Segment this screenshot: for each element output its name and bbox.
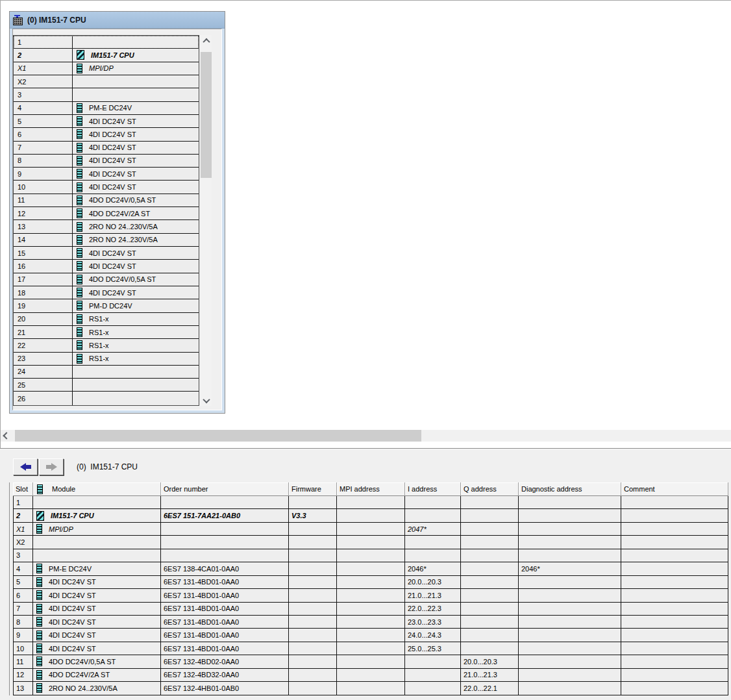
cell-mpi_address[interactable] — [337, 523, 405, 535]
cell-comment[interactable] — [621, 523, 728, 535]
cell-mpi_address[interactable] — [337, 603, 405, 615]
cell-diagnostic_address[interactable] — [519, 655, 621, 668]
cell-order_number[interactable] — [161, 523, 289, 535]
cell-q_address[interactable] — [461, 549, 519, 562]
cell-i_address[interactable]: 24.0...24.3 — [405, 629, 461, 641]
cell-q_address[interactable] — [461, 562, 519, 575]
cell-q_address[interactable] — [461, 642, 519, 655]
rack-module-cell[interactable]: PM-E DC24V — [72, 102, 199, 114]
table-row[interactable]: 94DI DC24V ST6ES7 131-4BD01-0AA024.0...2… — [13, 629, 728, 642]
rack-module-cell[interactable]: 4DO DC24V/0,5A ST — [72, 194, 199, 206]
rack-window-titlebar[interactable]: (0) IM151-7 CPU — [10, 12, 225, 29]
cell-module[interactable]: 4DI DC24V ST — [33, 629, 161, 641]
table-row[interactable]: 54DI DC24V ST6ES7 131-4BD01-0AA020.0...2… — [13, 576, 728, 589]
cell-order_number[interactable]: 6ES7 131-4BD01-0AA0 — [161, 576, 289, 588]
cell-comment[interactable] — [621, 629, 728, 641]
rack-module-cell[interactable]: 2RO NO 24..230V/5A — [72, 220, 199, 232]
cell-diagnostic_address[interactable] — [519, 549, 621, 562]
cell-q_address[interactable] — [461, 576, 519, 588]
table-row[interactable]: 84DI DC24V ST6ES7 131-4BD01-0AA023.0...2… — [13, 616, 728, 629]
rack-row[interactable]: 104DI DC24V ST — [14, 181, 199, 194]
cell-i_address[interactable]: 25.0...25.3 — [405, 642, 461, 655]
cell-q_address[interactable]: 20.0...20.3 — [461, 655, 519, 668]
cell-mpi_address[interactable] — [337, 509, 405, 521]
cell-comment[interactable] — [621, 536, 728, 548]
rack-module-cell[interactable]: 4DI DC24V ST — [72, 142, 199, 154]
cell-q_address[interactable] — [461, 589, 519, 601]
rack-row[interactable]: 20RS1-x — [14, 313, 199, 326]
cell-mpi_address[interactable] — [337, 616, 405, 628]
cell-comment[interactable] — [621, 589, 728, 601]
cell-firmware[interactable] — [289, 616, 337, 628]
cell-diagnostic_address[interactable] — [519, 642, 621, 655]
cell-diagnostic_address[interactable] — [519, 629, 621, 641]
cell-diagnostic_address[interactable] — [519, 616, 621, 628]
cell-slot[interactable]: X2 — [13, 536, 33, 548]
cell-slot[interactable]: 9 — [13, 629, 33, 641]
cell-order_number[interactable]: 6ES7 138-4CA01-0AA0 — [161, 562, 289, 575]
cell-mpi_address[interactable] — [337, 669, 405, 681]
rack-module-cell[interactable]: RS1-x — [72, 313, 199, 325]
cell-diagnostic_address[interactable] — [519, 603, 621, 615]
cell-slot[interactable]: 8 — [13, 616, 33, 628]
cell-mpi_address[interactable] — [337, 589, 405, 601]
cell-diagnostic_address[interactable] — [519, 523, 621, 535]
rack-module-cell[interactable]: 4DI DC24V ST — [72, 115, 199, 127]
rack-row[interactable]: 154DI DC24V ST — [14, 247, 199, 260]
cell-firmware[interactable] — [289, 562, 337, 575]
cell-q_address[interactable] — [461, 603, 519, 615]
rack-module-cell[interactable]: 4DI DC24V ST — [72, 286, 199, 299]
rack-module-cell[interactable]: 4DI DC24V ST — [72, 260, 199, 272]
rack-row[interactable]: 4PM-E DC24V — [14, 102, 199, 115]
horizontal-scrollbar-thumb[interactable] — [15, 430, 421, 442]
table-row[interactable]: 74DI DC24V ST6ES7 131-4BD01-0AA022.0...2… — [13, 603, 728, 616]
cell-slot[interactable]: X1 — [13, 523, 33, 535]
table-row[interactable]: 4PM-E DC24V6ES7 138-4CA01-0AA02046*2046* — [13, 562, 728, 575]
horizontal-scrollbar[interactable] — [1, 430, 731, 442]
rack-row[interactable]: 174DO DC24V/0,5A ST — [14, 273, 199, 286]
cell-order_number[interactable]: 6ES7 132-4BD02-0AA0 — [161, 655, 289, 668]
cell-i_address[interactable] — [405, 536, 461, 548]
table-row[interactable]: 2IM151-7 CPU6ES7 151-7AA21-0AB0V3.3 — [13, 509, 728, 522]
cell-module[interactable]: 4DI DC24V ST — [33, 616, 161, 628]
table-row[interactable]: 104DI DC24V ST6ES7 131-4BD01-0AA025.0...… — [13, 642, 728, 655]
cell-comment[interactable] — [621, 562, 728, 575]
table-row[interactable]: X2 — [13, 536, 728, 549]
cell-order_number[interactable]: 6ES7 131-4BD01-0AA0 — [161, 642, 289, 655]
cell-mpi_address[interactable] — [337, 496, 405, 508]
cell-module[interactable]: IM151-7 CPU — [33, 509, 161, 521]
rack-row[interactable]: 114DO DC24V/0,5A ST — [14, 194, 199, 207]
cell-mpi_address[interactable] — [337, 682, 405, 694]
cell-module[interactable]: 2RO NO 24..230V/5A — [33, 682, 161, 694]
cell-order_number[interactable] — [161, 496, 289, 508]
cell-i_address[interactable]: 2047* — [405, 523, 461, 535]
cell-order_number[interactable]: 6ES7 131-4BD01-0AA0 — [161, 616, 289, 628]
cell-diagnostic_address[interactable] — [519, 669, 621, 681]
rack-row[interactable]: 64DI DC24V ST — [14, 128, 199, 141]
cell-mpi_address[interactable] — [337, 642, 405, 655]
scroll-down-button[interactable] — [201, 395, 212, 406]
cell-q_address[interactable] — [461, 536, 519, 548]
rack-module-cell[interactable]: RS1-x — [72, 326, 199, 338]
cell-slot[interactable]: 5 — [13, 576, 33, 588]
rack-row[interactable]: 19PM-D DC24V — [14, 299, 199, 312]
rack-row[interactable]: 23RS1-x — [14, 353, 199, 366]
cell-i_address[interactable]: 20.0...20.3 — [405, 576, 461, 588]
cell-i_address[interactable]: 22.0...22.3 — [405, 603, 461, 615]
rack-module-cell[interactable]: 4DI DC24V ST — [72, 247, 199, 259]
cell-diagnostic_address[interactable] — [519, 536, 621, 548]
cell-module[interactable] — [33, 496, 161, 508]
rack-row[interactable]: 54DI DC24V ST — [14, 115, 199, 128]
cell-comment[interactable] — [621, 682, 728, 694]
rack-row[interactable]: 132RO NO 24..230V/5A — [14, 220, 199, 233]
cell-firmware[interactable] — [289, 523, 337, 535]
cell-slot[interactable]: 6 — [13, 589, 33, 601]
cell-comment[interactable] — [621, 509, 728, 521]
rack-module-cell[interactable]: IM151-7 CPU — [72, 49, 199, 61]
cell-i_address[interactable]: 2046* — [405, 562, 461, 575]
cell-slot[interactable]: 1 — [13, 496, 33, 508]
cell-slot[interactable]: 10 — [13, 642, 33, 655]
cell-i_address[interactable] — [405, 509, 461, 521]
table-row[interactable]: 64DI DC24V ST6ES7 131-4BD01-0AA021.0...2… — [13, 589, 728, 602]
cell-diagnostic_address[interactable] — [519, 682, 621, 694]
